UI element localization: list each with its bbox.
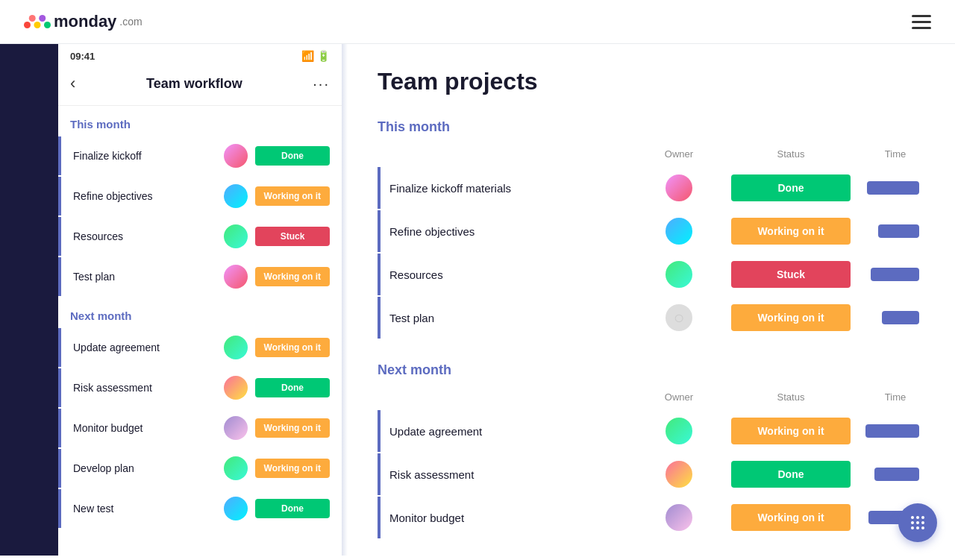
phone-task-row[interactable]: ResourcesStuck — [58, 217, 342, 256]
phone-options-button[interactable]: ··· — [313, 75, 330, 92]
phone-task-avatar — [224, 144, 248, 168]
desktop-task-owner — [642, 418, 716, 444]
desktop-task-status-btn[interactable]: Stuck — [731, 261, 851, 288]
desktop-this-month-tasks: Finalize kickoff materialsDoneRefine obj… — [378, 167, 925, 339]
desktop-task-status-cell: Working on it — [716, 218, 865, 245]
phone-task-status[interactable]: Done — [255, 146, 330, 166]
avatar — [666, 261, 692, 288]
desktop-task-status-btn[interactable]: Done — [731, 174, 851, 201]
svg-point-5 — [911, 516, 914, 519]
phone-this-month-tasks: Finalize kickoffDoneRefine objectivesWor… — [58, 136, 342, 296]
phone-task-name: Test plan — [73, 271, 216, 283]
phone-task-row[interactable]: Develop planWorking on it — [58, 449, 342, 488]
phone-status-icons: 📶 🔋 — [301, 50, 330, 62]
desktop-task-status-cell: Stuck — [716, 261, 865, 288]
desktop-task-name: Test plan — [389, 312, 642, 324]
desktop-task-name: Update agreement — [389, 425, 642, 438]
battery-icon: 🔋 — [317, 50, 330, 62]
avatar — [666, 218, 692, 245]
desktop-task-row[interactable]: Update agreementWorking on it — [378, 410, 925, 452]
time-bar — [878, 224, 919, 238]
phone-task-status[interactable]: Working on it — [255, 418, 330, 438]
phone-task-row[interactable]: Monitor budgetWorking on it — [58, 409, 342, 447]
phone-mockup: 09:41 📶 🔋 ‹ Team workflow ··· This month… — [58, 44, 342, 556]
phone-task-avatar — [224, 497, 248, 520]
logo[interactable]: monday .com — [24, 12, 143, 31]
phone-area: 09:41 📶 🔋 ‹ Team workflow ··· This month… — [58, 44, 342, 556]
phone-task-row[interactable]: Test planWorking on it — [58, 257, 342, 296]
desktop-task-row[interactable]: Refine objectivesWorking on it — [378, 210, 925, 252]
svg-point-0 — [24, 22, 31, 28]
page-title: Team projects — [378, 68, 925, 95]
desktop-task-status-cell: Working on it — [716, 304, 865, 331]
table-header-next-month: Owner Status Time — [378, 387, 925, 407]
phone-task-row[interactable]: Refine objectivesWorking on it — [58, 177, 342, 215]
desktop-task-status-btn[interactable]: Working on it — [731, 504, 851, 531]
phone-task-status[interactable]: Stuck — [255, 227, 330, 246]
phone-task-status[interactable]: Working on it — [255, 267, 330, 286]
phone-task-status[interactable]: Working on it — [255, 186, 330, 206]
phone-task-status[interactable]: Working on it — [255, 459, 330, 478]
avatar — [666, 461, 692, 488]
svg-point-9 — [916, 521, 919, 524]
desktop-task-status-cell: Working on it — [716, 504, 865, 531]
svg-point-3 — [29, 15, 36, 22]
desktop-content: Team projects This month Owner Status Ti… — [348, 44, 955, 556]
desktop-task-name: Risk assessment — [389, 468, 642, 481]
status-col-header: Status — [716, 148, 865, 160]
desktop-task-row[interactable]: Risk assessmentDone — [378, 453, 925, 495]
task-col-header — [386, 148, 642, 160]
app-header: monday .com — [0, 0, 955, 44]
desktop-task-owner — [642, 504, 716, 531]
phone-task-avatar — [224, 184, 248, 208]
desktop-task-row[interactable]: Test plan○Working on it — [378, 297, 925, 339]
desktop-task-status-cell: Done — [716, 174, 865, 201]
phone-task-name: Monitor budget — [73, 422, 216, 434]
phone-task-avatar — [224, 336, 248, 359]
desktop-task-status-btn[interactable]: Working on it — [731, 304, 851, 331]
apps-icon — [909, 514, 927, 532]
phone-board-title: Team workflow — [146, 76, 242, 92]
phone-task-status[interactable]: Done — [255, 499, 330, 518]
desktop-task-status-btn[interactable]: Working on it — [731, 418, 851, 444]
left-sidebar — [0, 44, 58, 556]
table-header-this-month: Owner Status Time — [378, 144, 925, 164]
phone-task-status[interactable]: Working on it — [255, 338, 330, 357]
desktop-task-owner — [642, 461, 716, 488]
desktop-task-name: Finalize kickoff materials — [389, 182, 642, 195]
time-bar — [865, 424, 919, 438]
phone-task-name: Refine objectives — [73, 190, 216, 202]
phone-task-status[interactable]: Done — [255, 378, 330, 397]
desktop-task-time-cell — [865, 224, 925, 238]
floating-action-button[interactable] — [898, 503, 937, 542]
desktop-task-time-cell — [865, 468, 925, 481]
back-button[interactable]: ‹ — [70, 74, 75, 93]
avatar — [666, 174, 692, 201]
phone-next-month-heading: Next month — [58, 298, 342, 328]
phone-task-avatar — [224, 456, 248, 480]
avatar-placeholder: ○ — [666, 304, 692, 331]
svg-point-1 — [34, 22, 41, 28]
status-col-header-2: Status — [716, 391, 865, 403]
desktop-task-time-cell — [865, 268, 925, 281]
time-bar — [882, 311, 919, 324]
desktop-task-row[interactable]: ResourcesStuck — [378, 254, 925, 295]
phone-task-row[interactable]: New testDone — [58, 489, 342, 528]
phone-task-row[interactable]: Risk assessmentDone — [58, 368, 342, 407]
phone-task-row[interactable]: Finalize kickoffDone — [58, 136, 342, 175]
desktop-task-status-btn[interactable]: Done — [731, 461, 851, 488]
desktop-task-status-btn[interactable]: Working on it — [731, 218, 851, 245]
phone-task-avatar — [224, 376, 248, 400]
phone-task-row[interactable]: Update agreementWorking on it — [58, 328, 342, 367]
logo-icon — [24, 13, 51, 31]
desktop-task-time-cell — [865, 311, 925, 324]
time-bar — [874, 468, 919, 481]
svg-point-11 — [911, 526, 914, 529]
desktop-task-row[interactable]: Finalize kickoff materialsDone — [378, 167, 925, 209]
time-col-header-2: Time — [865, 391, 925, 403]
desktop-task-row[interactable]: Monitor budgetWorking on it — [378, 497, 925, 538]
hamburger-menu[interactable] — [912, 15, 931, 29]
desktop-task-time-cell — [865, 181, 925, 195]
desktop-task-owner: ○ — [642, 304, 716, 331]
phone-status-bar: 09:41 📶 🔋 — [58, 44, 342, 68]
